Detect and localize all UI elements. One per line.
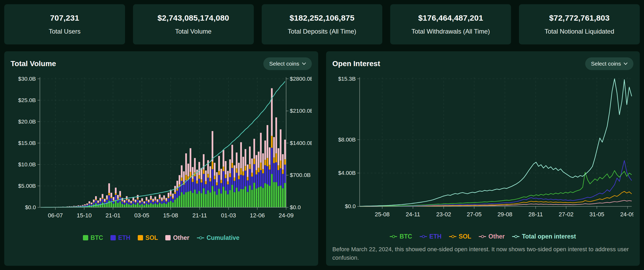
legend-item-other[interactable]: Other [479,233,505,240]
select-coins-label: Select coins [269,61,299,67]
stat-card-total-withdrawals: $176,464,487,201 Total Withdrawals (All … [390,4,511,44]
svg-text:31-05: 31-05 [589,211,604,218]
svg-text:25-08: 25-08 [375,211,389,218]
legend-item-cumulative[interactable]: Cumulative [197,234,239,241]
open-interest-legend: BTCETHSOLOtherTotal open interest [332,231,634,243]
legend-square-swatch [83,235,88,240]
legend-item-btc[interactable]: BTC [83,234,103,241]
stat-label: Total Notional Liquidated [545,28,614,35]
legend-label: SOL [145,234,158,241]
svg-text:24-11: 24-11 [406,211,420,218]
legend-label: Cumulative [207,234,239,241]
svg-text:01-03: 01-03 [221,212,236,219]
select-coins-label: Select coins [591,61,621,67]
stat-label: Total Deposits (All Time) [288,28,356,35]
legend-label: ETH [118,234,130,241]
svg-text:$5.00B: $5.00B [18,183,36,189]
svg-text:$10.0B: $10.0B [18,161,36,167]
svg-text:$8.00B: $8.00B [338,136,356,143]
legend-item-eth[interactable]: ETH [110,234,130,241]
legend-item-eth[interactable]: ETH [420,233,442,240]
legend-item-btc[interactable]: BTC [390,233,412,240]
legend-label: Other [173,234,189,241]
svg-text:24-09: 24-09 [620,211,633,218]
stat-value: $72,772,761,803 [549,13,610,22]
legend-square-swatch [138,235,143,240]
legend-line-marker [420,235,427,238]
open-interest-note: Before March 22, 2024, this showed one-s… [332,245,634,262]
legend-line-marker [479,235,486,238]
legend-label: Other [488,233,505,240]
total-volume-chart: $0.0$5.00B$10.0B$15.0B$20.0B$25.0B$30.0B… [11,73,312,232]
legend-item-sol[interactable]: SOL [449,233,471,240]
svg-text:$0.0: $0.0 [345,203,356,209]
stat-card-total-users: 707,231 Total Users [4,4,125,44]
svg-text:$2100.0B: $2100.0B [290,108,312,114]
legend-label: SOL [459,233,471,240]
stats-row: 707,231 Total Users $2,743,085,174,080 T… [4,4,640,44]
legend-item-total-open-interest[interactable]: Total open interest [512,233,576,240]
open-interest-header: Open Interest Select coins [332,56,634,71]
total-volume-header: Total Volume Select coins [11,56,312,71]
legend-square-swatch [110,235,116,240]
open-interest-title: Open Interest [332,60,380,68]
svg-text:$0.0: $0.0 [290,204,301,210]
svg-text:21-01: 21-01 [105,212,121,219]
dashboard-page: { "stats": [ { "value": "707,231", "labe… [0,0,644,270]
stat-value: 707,231 [50,13,79,22]
legend-label: BTC [91,234,103,241]
svg-text:12-06: 12-06 [250,212,265,219]
svg-text:$2800.0B: $2800.0B [290,76,312,82]
stat-label: Total Withdrawals (All Time) [411,28,490,35]
legend-line-marker [512,235,519,238]
svg-text:03-05: 03-05 [134,212,149,219]
chevron-down-icon [624,62,628,65]
stat-card-total-deposits: $182,252,106,875 Total Deposits (All Tim… [262,4,383,44]
svg-text:$700.0B: $700.0B [290,172,311,178]
legend-label: Total open interest [522,233,576,240]
legend-line-marker [197,236,204,239]
total-volume-legend: BTCETHSOLOtherCumulative [11,232,312,244]
stat-value: $176,464,487,201 [418,13,483,22]
svg-text:$1400.0B: $1400.0B [290,140,312,146]
select-coins-button[interactable]: Select coins [263,57,312,70]
svg-text:15-08: 15-08 [163,212,178,219]
stat-value: $182,252,106,875 [290,13,354,22]
stat-card-total-liquidated: $72,772,761,803 Total Notional Liquidate… [519,4,640,44]
open-interest-chart: $0.0$4.00B$8.00B$15.3B25-0824-1123-0227-… [332,73,634,231]
svg-text:21-11: 21-11 [192,212,207,219]
svg-text:28-11: 28-11 [528,211,543,218]
legend-line-marker [449,235,456,238]
total-volume-panel: Total Volume Select coins $0.0$5.00B$10.… [4,51,318,266]
svg-text:$0.0: $0.0 [25,204,36,210]
stat-value: $2,743,085,174,080 [157,13,229,22]
svg-text:24-09: 24-09 [279,212,294,219]
legend-label: ETH [429,233,442,240]
legend-line-marker [390,235,397,238]
legend-label: BTC [399,233,412,240]
svg-text:$30.0B: $30.0B [18,76,36,82]
legend-square-swatch [165,235,171,240]
stat-label: Total Users [49,28,81,35]
chevron-down-icon [302,62,306,65]
svg-text:$20.0B: $20.0B [18,118,36,125]
legend-item-other[interactable]: Other [165,234,189,241]
svg-text:06-07: 06-07 [48,212,63,219]
stat-label: Total Volume [175,28,211,35]
select-coins-button[interactable]: Select coins [585,57,633,70]
svg-text:$25.0B: $25.0B [18,97,36,103]
svg-text:27-02: 27-02 [559,211,574,218]
stat-card-total-volume: $2,743,085,174,080 Total Volume [133,4,254,44]
svg-text:23-02: 23-02 [436,211,451,218]
svg-text:$15.3B: $15.3B [338,75,356,81]
svg-text:29-08: 29-08 [497,211,512,218]
svg-text:$15.0B: $15.0B [18,140,36,146]
svg-text:$4.00B: $4.00B [338,170,356,176]
total-volume-title: Total Volume [11,60,56,68]
charts-row: Total Volume Select coins $0.0$5.00B$10.… [4,51,640,266]
svg-text:27-05: 27-05 [467,211,481,218]
svg-text:15-10: 15-10 [77,212,92,219]
legend-item-sol[interactable]: SOL [138,234,158,241]
open-interest-panel: Open Interest Select coins $0.0$4.00B$8.… [326,51,640,266]
